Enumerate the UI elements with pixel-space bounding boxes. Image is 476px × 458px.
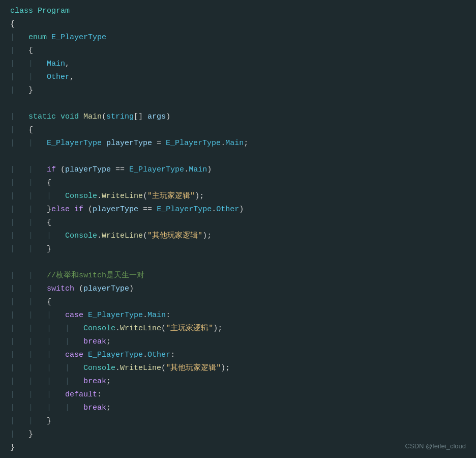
keyword-else: else [51,204,74,216]
keyword-break-3: break [83,402,106,414]
class-console-2: Console [65,230,97,242]
code-line-10: | { [0,124,476,137]
else-brace-open: { [47,217,51,229]
keyword-if-2: if [74,204,88,216]
code-line-31: | | | | break; [0,402,476,415]
type-eplayertype-3: E_PlayerType [129,164,184,176]
param-args: args [147,111,166,123]
var-playertype: playerType [106,137,152,150]
keyword-case-1: case [65,309,88,322]
enum-main-2: Main [189,164,207,176]
code-line-30: | | | default: [0,389,476,402]
keyword-void: void [61,111,83,123]
class-console-4: Console [83,362,115,375]
code-line-1: class Program [0,5,476,18]
keyword-switch: switch [47,283,79,295]
code-line-16: | | }else if (playerType == E_PlayerType… [0,204,476,217]
method-writeline-1: WriteLine [102,190,143,203]
if-brace-close: } [47,204,51,216]
code-line-26: | | | | break; [0,336,476,349]
watermark: CSDN @feifei_cloud [405,441,466,452]
type-string: string [106,111,134,123]
code-line-4: | { [0,45,476,58]
code-line-18: | | | Console.WriteLine("其他玩家逻辑"); [0,230,476,243]
keyword-if: if [47,164,61,176]
code-line-17: | | { [0,217,476,230]
code-line-5: | | Main, [0,58,476,71]
enum-other-3: Other [147,349,170,361]
code-line-8 [0,98,476,111]
enum-other-2: Other [216,204,239,216]
code-line-23: | | { [0,296,476,309]
enum-other: Other [47,71,70,83]
code-line-7: | } [0,84,476,98]
keyword-case-2: case [65,349,88,361]
class-program: Program [38,5,70,17]
type-eplayertype-6: E_PlayerType [88,349,143,361]
keyword-enum: enum [28,32,51,44]
code-line-14: | | { [0,177,476,190]
type-eplayertype-5: E_PlayerType [88,309,143,322]
string-other-logic: "其他玩家逻辑" [147,230,202,242]
var-playertype-4: playerType [83,283,129,295]
string-main-logic: "主玩家逻辑" [147,190,195,203]
code-editor: class Program { | enum E_PlayerType | { … [0,0,476,458]
var-playertype-3: playerType [93,204,138,216]
enum-brace-close: } [28,84,33,97]
code-line-15: | | | Console.WriteLine("主玩家逻辑"); [0,190,476,204]
code-line-27: | | | case E_PlayerType.Other: [0,349,476,362]
code-line-6: | | Other, [0,71,476,84]
code-line-3: | enum E_PlayerType [0,32,476,45]
class-console-1: Console [65,190,97,203]
var-playertype-2: playerType [65,164,111,176]
enum-main-3: Main [147,309,166,322]
enum-name: E_PlayerType [51,32,106,44]
switch-brace-open: { [47,296,51,308]
keyword-static: static [28,111,61,123]
keyword-break-1: break [83,336,106,348]
code-line-28: | | | | Console.WriteLine("其他玩家逻辑"); [0,362,476,376]
method-writeline-4: WriteLine [120,362,161,375]
type-eplayertype-4: E_PlayerType [157,204,212,216]
code-line-22: | | switch (playerType) [0,283,476,296]
code-line-13: | | if (playerType == E_PlayerType.Main) [0,164,476,177]
method-main: Main [83,111,102,123]
comment-enum-switch: //枚举和switch是天生一对 [47,270,144,282]
if-brace-open: { [47,177,51,189]
code-line-33: | } [0,428,476,442]
code-line-19: | | } [0,243,476,256]
code-line-29: | | | | break; [0,376,476,389]
type-eplayertype-1: E_PlayerType [47,137,106,150]
switch-brace-close: } [47,415,51,427]
string-main-logic-2: "主玩家逻辑" [166,323,213,335]
code-line-24: | | | case E_PlayerType.Main: [0,309,476,323]
code-line-11: | | E_PlayerType playerType = E_PlayerTy… [0,137,476,151]
keyword-default: default [65,389,97,401]
enum-brace-open: { [28,45,33,57]
code-line-25: | | | | Console.WriteLine("主玩家逻辑"); [0,323,476,336]
method-writeline-2: WriteLine [102,230,143,242]
type-eplayertype-2: E_PlayerType [166,137,221,150]
code-line-9: | static void Main(string[] args) [0,111,476,124]
method-writeline-3: WriteLine [120,323,161,335]
string-other-logic-2: "其他玩家逻辑" [166,362,221,375]
keyword-class: class [10,5,38,17]
class-brace-close: } [10,442,15,454]
code-line-32: | | } [0,415,476,428]
brace-open: { [10,18,15,31]
else-brace-close: } [47,243,51,255]
class-console-3: Console [83,323,115,335]
code-line-12 [0,151,476,164]
code-line-2: { [0,18,476,32]
enum-main-val: Main [225,137,244,150]
method-brace-close: } [28,428,33,441]
keyword-break-2: break [83,376,106,388]
method-brace-open: { [28,124,33,136]
code-line-21: | | //枚举和switch是天生一对 [0,270,476,283]
code-line-20 [0,256,476,270]
enum-main: Main [47,58,65,70]
